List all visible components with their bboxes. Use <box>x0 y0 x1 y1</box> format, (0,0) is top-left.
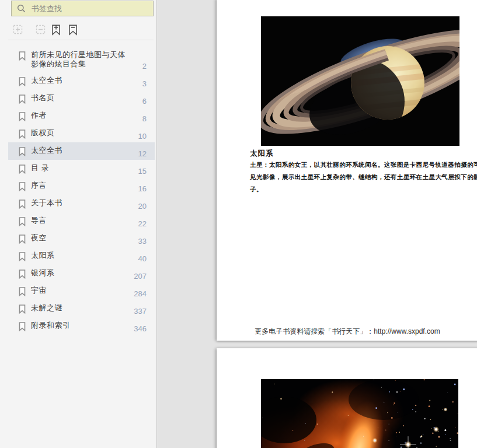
bookmark-flag-icon <box>19 235 26 244</box>
bookmark-label: 未解之谜 <box>31 303 83 313</box>
bookmark-item[interactable]: 夜空 33 <box>8 230 155 247</box>
bookmark-label: 导言 <box>31 216 68 225</box>
bookmark-page-number: 346 <box>134 324 147 333</box>
bookmark-label: 前所未见的行星地图与天体影像的炫目合集 <box>31 50 148 69</box>
bookmark-item[interactable]: 关于本书 20 <box>8 195 155 212</box>
bookmark-flag-icon <box>19 147 26 156</box>
bookmark-flag-icon <box>19 77 26 86</box>
bookmark-label: 银河系 <box>31 268 76 278</box>
bookmark-item[interactable]: 作者 8 <box>8 107 155 125</box>
bookmark-page-number: 284 <box>134 289 147 298</box>
bookmark-page-number: 207 <box>134 272 147 281</box>
pdf-page-1: 太阳系 土星：太阳系的女王，以其壮丽的环系统闻名。这张图是卡西尼号轨道器拍摄的可… <box>217 0 477 341</box>
bookmark-flag-icon <box>19 51 26 61</box>
bookmark-label: 附录和索引 <box>31 321 92 330</box>
bookmark-item[interactable]: 未解之谜 337 <box>8 300 155 317</box>
bookmark-label: 书名页 <box>31 93 76 103</box>
pdf-page-2 <box>217 348 477 448</box>
bookmark-item[interactable]: 太空全书 3 <box>8 72 155 90</box>
remove-bookmark-icon[interactable] <box>68 24 78 36</box>
bookmark-label: 太空全书 <box>31 146 83 155</box>
document-viewer[interactable]: 太阳系 土星：太阳系的女王，以其壮丽的环系统闻名。这张图是卡西尼号轨道器拍摄的可… <box>157 0 477 448</box>
bookmark-page-number: 40 <box>138 254 147 263</box>
toolbar-divider <box>8 40 154 40</box>
bookmark-flag-icon <box>19 112 26 121</box>
bookmark-item[interactable]: 附录和索引 346 <box>8 317 155 335</box>
image-caption: 土星：太阳系的女王，以其壮丽的环系统闻名。这张图是卡西尼号轨道器拍摄的可见光影像… <box>250 159 477 195</box>
bookmark-flag-icon <box>19 130 26 139</box>
bookmark-flag-icon <box>19 164 26 174</box>
bookmark-page-number: 3 <box>142 79 147 88</box>
saturn-photo <box>261 16 459 146</box>
bookmark-label: 夜空 <box>31 233 68 243</box>
bookmark-item[interactable]: 版权页 10 <box>8 125 155 142</box>
bookmark-label: 作者 <box>31 111 68 120</box>
bookmark-label: 版权页 <box>31 128 76 138</box>
footer-promo-text: 更多电子书资料请搜索「书行天下」：http://www.sxpdf.com <box>217 327 477 337</box>
nebula-photo <box>261 379 458 448</box>
bookmarks-sidebar: 前所未见的行星地图与天体影像的炫目合集 2 太空全书 3 书名页 6 作者 8 <box>0 0 157 448</box>
bookmark-flag-icon <box>19 94 26 104</box>
bookmark-label: 太阳系 <box>31 251 76 260</box>
search-icon <box>17 4 26 13</box>
bookmark-page-number: 20 <box>138 202 147 211</box>
bookmark-label: 序言 <box>31 181 68 190</box>
bookmark-flag-icon <box>19 217 26 226</box>
bookmark-flag-icon <box>19 182 26 191</box>
bookmark-page-number: 8 <box>142 114 147 123</box>
bookmark-item[interactable]: 导言 22 <box>8 212 155 230</box>
bookmark-item[interactable]: 太阳系 40 <box>8 247 155 265</box>
bookmark-page-number: 10 <box>138 132 147 141</box>
bookmark-list: 前所未见的行星地图与天体影像的炫目合集 2 太空全书 3 书名页 6 作者 8 <box>0 47 156 335</box>
bookmark-page-number: 12 <box>138 149 147 158</box>
bookmark-item[interactable]: 宇宙 284 <box>8 282 155 300</box>
section-heading: 太阳系 <box>250 149 274 159</box>
search-input[interactable] <box>30 4 132 13</box>
bookmark-page-number: 337 <box>134 307 147 316</box>
bookmark-flag-icon <box>19 252 26 261</box>
bookmark-page-number: 6 <box>142 97 147 106</box>
bookmark-label: 宇宙 <box>31 286 68 295</box>
bookmark-toolbar <box>12 24 78 36</box>
bookmark-label: 关于本书 <box>31 198 83 208</box>
bookmark-item[interactable]: 书名页 6 <box>8 90 155 107</box>
bookmark-item[interactable]: 目 录 15 <box>8 160 155 177</box>
bookmark-label: 目 录 <box>31 163 70 173</box>
bookmark-page-number: 2 <box>142 62 147 71</box>
bookmark-item[interactable]: 前所未见的行星地图与天体影像的炫目合集 2 <box>8 47 155 72</box>
bookmark-page-number: 16 <box>138 184 147 193</box>
bookmark-item-selected[interactable]: 太空全书 12 <box>8 142 155 160</box>
expand-all-icon[interactable] <box>12 24 23 36</box>
bookmark-page-number: 15 <box>138 167 147 176</box>
bookmark-search-box[interactable] <box>11 1 154 16</box>
bookmark-page-number: 22 <box>138 219 147 228</box>
bookmark-flag-icon <box>19 200 26 209</box>
bookmark-flag-icon <box>19 287 26 296</box>
bookmark-flag-icon <box>19 322 26 331</box>
bookmark-page-number: 33 <box>138 237 147 246</box>
bookmark-flag-icon <box>19 304 26 314</box>
bookmark-item[interactable]: 银河系 207 <box>8 265 155 282</box>
add-bookmark-icon[interactable] <box>51 24 61 36</box>
collapse-all-icon[interactable] <box>35 24 46 36</box>
bookmark-flag-icon <box>19 270 26 279</box>
bookmark-item[interactable]: 序言 16 <box>8 177 155 195</box>
bookmark-label: 太空全书 <box>31 76 83 85</box>
